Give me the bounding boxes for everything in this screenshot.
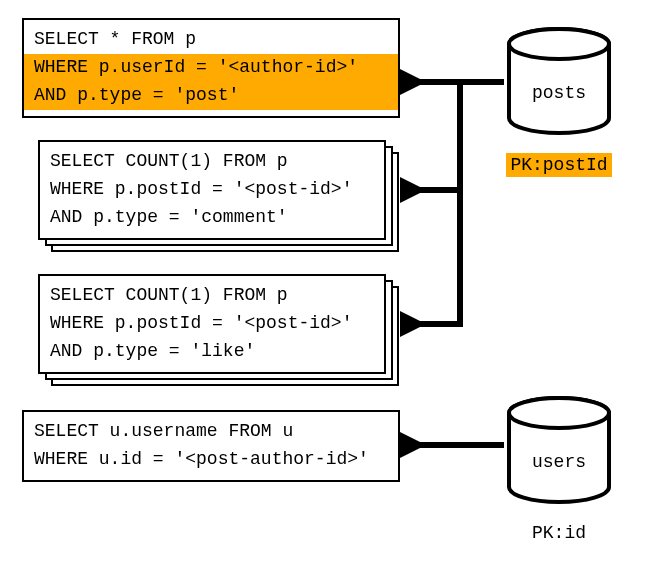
query-box-comment-count: SELECT COUNT(1) FROM p WHERE p.postId = … [38,140,386,240]
sql-line: SELECT COUNT(1) FROM p [50,151,288,171]
sql-line: SELECT * FROM p [34,29,196,49]
pk-highlight: PK:postId [506,153,611,177]
sql-line: AND p.type = 'comment' [50,207,288,227]
pk-prefix: PK: [532,523,564,543]
sql-line: SELECT u.username FROM u [34,421,293,441]
pk-value: id [564,523,586,543]
sql-line: WHERE p.postId = '<post-id>' [50,313,352,333]
sql-line: AND p.type = 'like' [50,341,255,361]
svg-point-3 [509,398,609,428]
database-label-posts: posts [504,83,614,103]
database-label-users: users [504,452,614,472]
query-box-like-count: SELECT COUNT(1) FROM p WHERE p.postId = … [38,274,386,374]
arrow-users-to-query [400,430,510,470]
pk-label-users: PK:id [504,523,614,543]
pk-prefix: PK: [510,155,542,175]
database-cylinder-users [504,395,614,507]
arrow-posts-to-queries [400,60,510,350]
pk-value: postId [543,155,608,175]
query-box-username: SELECT u.username FROM u WHERE u.id = '<… [22,410,400,482]
sql-line-highlighted: AND p.type = 'post' [24,82,398,110]
sql-line: WHERE p.postId = '<post-id>' [50,179,352,199]
sql-line-highlighted: WHERE p.userId = '<author-id>' [24,54,398,82]
sql-line: WHERE u.id = '<post-author-id>' [34,449,369,469]
sql-line: SELECT COUNT(1) FROM p [50,285,288,305]
database-cylinder-posts [504,26,614,138]
query-box-posts: SELECT * FROM p WHERE p.userId = '<autho… [22,18,400,118]
svg-point-1 [509,29,609,59]
